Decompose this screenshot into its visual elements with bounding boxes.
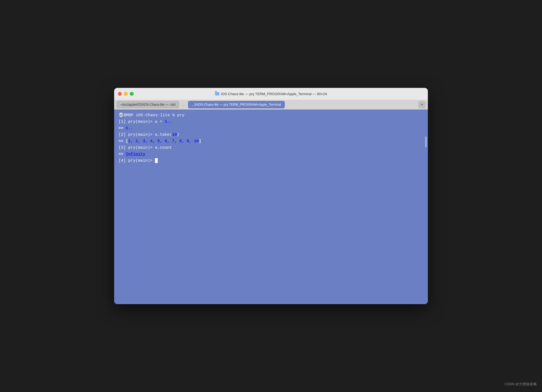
cmd-take: a.take( [155,132,172,137]
tab-bar: ~/src/apple/iOS/iOS-Chaos-lite — -zsh ..… [114,100,428,109]
terminal-line-7: => Infinity [118,151,424,158]
cmd-pry: pry [177,113,184,118]
line-num-3: [3] [118,145,126,150]
terminal-line-3: => 1.. [118,125,424,132]
arrow-7: => [118,152,126,157]
prompt-8: pry(main)> [126,158,155,163]
terminal-line-4: [2] pry(main)> a.take(10) [118,132,424,138]
terminal-body[interactable]: 💀@MBP iOS-Chaos-lite % pry [1] pry(main)… [114,109,428,167]
infinity-value: Infinity [126,152,145,157]
close-button[interactable] [118,92,122,96]
maximize-button[interactable] [130,92,134,96]
new-tab-button[interactable]: + [418,101,426,108]
cursor [155,158,158,163]
terminal-line-1: 💀@MBP iOS-Chaos-lite % pry [118,112,424,119]
new-tab-icon: + [421,102,424,108]
folder-icon [215,92,219,95]
scrollbar[interactable] [425,137,427,147]
prompt-2: pry(main)> [126,119,155,124]
array-items: 1, 2, 3, 4, 5, 6, 7, 8, 9, 10 [128,139,199,144]
title-label: iOS-Chaos-lite — pry TERM_PROGRAM=Apple_… [221,92,327,96]
output-1dot: 1.. [126,126,133,131]
value-1dot: 1.. [165,119,172,124]
array-close: ] [199,139,201,144]
cmd-take-close: ) [177,132,179,137]
prompt-6: pry(main)> [126,145,155,150]
tab-more-button[interactable]: ... [180,102,187,107]
title-bar: iOS-Chaos-lite — pry TERM_PROGRAM=Apple_… [114,88,428,100]
tab-pry-label: ...S/iOS-Chaos-lite — pry TERM_PROGRAM=A… [192,103,281,107]
prompt-1: 💀@MBP iOS-Chaos-lite % [118,113,177,118]
terminal-line-2: [1] pry(main)> a = 1.. [118,119,424,125]
arrow-3: => [118,126,126,131]
terminal-window: iOS-Chaos-lite — pry TERM_PROGRAM=Apple_… [114,88,428,304]
watermark: CSDN @大熊猫侯佩 [504,382,537,387]
terminal-line-5: => [1, 2, 3, 4, 5, 6, 7, 8, 9, 10] [118,138,424,145]
cmd-a-assign: a = [155,119,165,124]
terminal-line-8: [4] pry(main)> [118,158,424,164]
watermark-text: CSDN @大熊猫侯佩 [504,382,537,386]
arg-10: 10 [172,132,177,137]
minimize-button[interactable] [124,92,128,96]
tab-zsh[interactable]: ~/src/apple/iOS/iOS-Chaos-lite — -zsh [116,101,179,108]
cmd-count: a.count [155,145,172,150]
tab-pry[interactable]: ...S/iOS-Chaos-lite — pry TERM_PROGRAM=A… [188,101,285,108]
tab-more-label: ... [182,102,185,107]
tab-zsh-label: ~/src/apple/iOS/iOS-Chaos-lite — -zsh [120,103,176,107]
line-num-1: [1] [118,119,126,124]
line-num-4: [4] [118,158,126,163]
traffic-lights [118,92,134,96]
line-num-2: [2] [118,132,126,137]
window-title: iOS-Chaos-lite — pry TERM_PROGRAM=Apple_… [215,92,327,96]
prompt-4: pry(main)> [126,132,155,137]
terminal-line-6: [3] pry(main)> a.count [118,145,424,151]
arrow-5: => [ [118,139,128,144]
terminal-wrapper: 💀@MBP iOS-Chaos-lite % pry [1] pry(main)… [114,109,428,304]
